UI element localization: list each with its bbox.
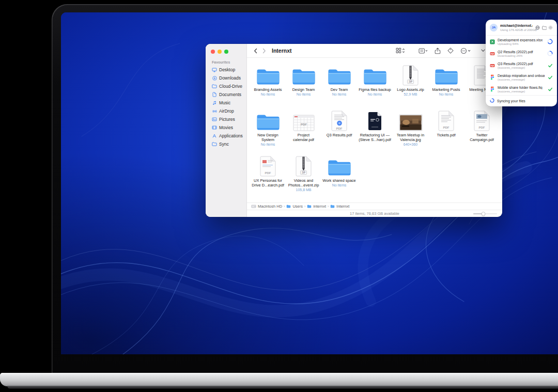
group-by-button[interactable] [419, 48, 428, 54]
sync-item[interactable]: PDFQ2 Results (2022).pdfDownloading 26% [486, 48, 557, 59]
breadcrumb-item-macintosh-hd[interactable]: Macintosh HD [251, 204, 282, 209]
svg-text:PDF: PDF [336, 127, 343, 130]
minimize-button[interactable] [218, 50, 222, 54]
document-icon [212, 92, 217, 97]
file-name: Dev Team [331, 87, 348, 92]
internxt-sync-popup: JA michael@internxt.com Using 176.42GB o… [486, 20, 557, 106]
sidebar-item-documents[interactable]: Documents [206, 90, 246, 99]
sidebar-item-downloads[interactable]: Downloads [206, 74, 246, 82]
share-button[interactable] [435, 48, 441, 54]
sidebar-item-movies[interactable]: Movies [206, 123, 246, 132]
file-item[interactable]: PDFUX Personas for Drive D...earch.pdf [250, 153, 286, 198]
file-item[interactable]: PDFProject calendar.pdf [286, 107, 321, 153]
file-name: New Design System [251, 133, 285, 142]
svg-text:PDF: PDF [491, 53, 494, 55]
slider-knob[interactable] [482, 212, 486, 216]
file-icon: PDF [474, 107, 490, 131]
zoom-button[interactable] [224, 50, 228, 54]
more-actions-button[interactable] [460, 48, 471, 54]
sync-item-text: Mobile share folder flows.fig(success_me… [498, 86, 545, 93]
close-button[interactable] [211, 50, 215, 54]
file-item[interactable]: PDFQ3 Results.pdf [321, 107, 357, 153]
pdf-file-icon: PDF [490, 64, 495, 68]
sidebar-item-sync[interactable]: Sync [206, 140, 246, 148]
file-name: Branding Assets [254, 87, 282, 92]
avatar[interactable]: JA [490, 24, 498, 32]
file-item[interactable]: ZIPVideos and Photos...event.zip105,8 MB [286, 153, 321, 198]
page: { "colors": { "accent": "#2b63f6", "succ… [0, 0, 558, 392]
sync-item[interactable]: Development expenses.xlsxUploading 64% [486, 36, 557, 48]
fig-file-icon [490, 86, 495, 92]
finder-main: Internxt Branding AssetsNo itemsDesign T… [247, 44, 502, 217]
file-name: Q3 Results.pdf [327, 133, 352, 137]
file-name: Work shared space [322, 178, 355, 183]
view-as-icons-button[interactable] [396, 48, 405, 54]
file-item[interactable]: Marketing PostsNo items [428, 62, 464, 107]
sidebar-item-cloud-drive[interactable]: Cloud-Drive [206, 82, 246, 90]
folder-icon[interactable] [542, 23, 547, 32]
progress-spinner-icon [547, 39, 553, 44]
sidebar-item-applications[interactable]: Applications [206, 132, 246, 140]
movies-icon [212, 126, 217, 130]
file-item[interactable]: Figma files backupNo items [357, 62, 393, 107]
toolbar-overflow-chevron[interactable] [481, 49, 485, 52]
sidebar-item-pictures[interactable]: Pictures [206, 115, 246, 123]
file-item[interactable]: PDFTickets.pdf [428, 107, 464, 153]
breadcrumb-item-users[interactable]: Users [286, 204, 303, 209]
sidebar-item-label: Documents [219, 92, 241, 97]
breadcrumb-separator: › [284, 205, 285, 208]
sync-item[interactable]: PDFQ3 Results (2022).pdf(success_message… [486, 59, 557, 71]
file-item[interactable]: Refactoring UI — (Steve S...han).pdf [357, 107, 393, 153]
sync-item-name: Mobile share folder flows.fig [498, 86, 545, 89]
file-item[interactable]: Branding AssetsNo items [250, 62, 286, 107]
sidebar-item-music[interactable]: Music [206, 99, 246, 107]
tag-button[interactable] [447, 48, 454, 54]
gear-icon[interactable] [548, 23, 553, 32]
sidebar-item-label: Desktop [219, 67, 235, 72]
file-item[interactable]: Dev TeamNo items [321, 62, 357, 107]
file-name: Twitter Campaign.pdf [465, 133, 499, 142]
downloads-icon [212, 76, 217, 81]
sidebar-item-label: Movies [219, 125, 233, 130]
popup-header-icons [535, 23, 553, 32]
file-info: No items [368, 92, 382, 97]
breadcrumb-label: Internxt [336, 204, 349, 209]
sync-item-text: Q2 Results (2022).pdfDownloading 26% [498, 50, 545, 57]
file-name: Refactoring UI — (Steve S...han).pdf [358, 133, 392, 142]
file-info: No items [332, 92, 347, 97]
sync-item-text: Desktop migration and onboardi...(succes… [498, 74, 545, 81]
breadcrumb-label: internxt [313, 204, 326, 209]
folder-icon [256, 62, 280, 86]
file-item[interactable]: Team Meetup in Valencia.jpg640×360 [393, 107, 428, 153]
file-name: Tickets.pdf [437, 133, 456, 137]
laptop-base [0, 373, 558, 386]
sync-item-name: Q3 Results (2022).pdf [498, 62, 545, 66]
folder-icon [212, 142, 217, 146]
finder-toolbar: Internxt [247, 44, 502, 58]
icon-size-slider[interactable] [473, 213, 497, 215]
sync-item[interactable]: Desktop migration and onboardi...(succes… [486, 71, 557, 83]
applications-icon [212, 134, 217, 138]
sidebar-item-desktop[interactable]: Desktop [206, 66, 246, 74]
sidebar-item-airdrop[interactable]: AirDrop [206, 107, 246, 115]
minifolder-icon [286, 205, 291, 208]
file-item[interactable]: PDFTwitter Campaign.pdf [464, 107, 500, 153]
sidebar-item-label: AirDrop [219, 108, 234, 114]
sync-item-status: (success_message) [498, 90, 545, 93]
file-item[interactable]: New Design SystemNo items [250, 107, 286, 153]
file-item[interactable]: ZIPLogo Assets.zip52,9 MB [393, 62, 428, 107]
sync-item[interactable]: Mobile share folder flows.fig(success_me… [486, 83, 557, 95]
globe-icon[interactable] [535, 23, 540, 32]
file-item[interactable]: Design TeamNo items [286, 62, 321, 107]
breadcrumb-item-internxt[interactable]: Internxt [330, 204, 349, 209]
forward-button[interactable] [260, 48, 269, 54]
status-text: 17 items, 76,63 GB available [350, 211, 399, 216]
file-item[interactable]: Work shared spaceNo items [321, 153, 357, 198]
airdrop-icon [212, 109, 217, 114]
sidebar-item-label: Cloud-Drive [219, 84, 242, 89]
breadcrumb-item-internxt[interactable]: internxt [307, 204, 326, 209]
file-name: Figma files backup [359, 87, 391, 92]
svg-text:ZIP: ZIP [409, 81, 412, 83]
back-button[interactable] [251, 48, 260, 54]
finder-sidebar: Favourites DesktopDownloadsCloud-DriveDo… [206, 44, 247, 217]
